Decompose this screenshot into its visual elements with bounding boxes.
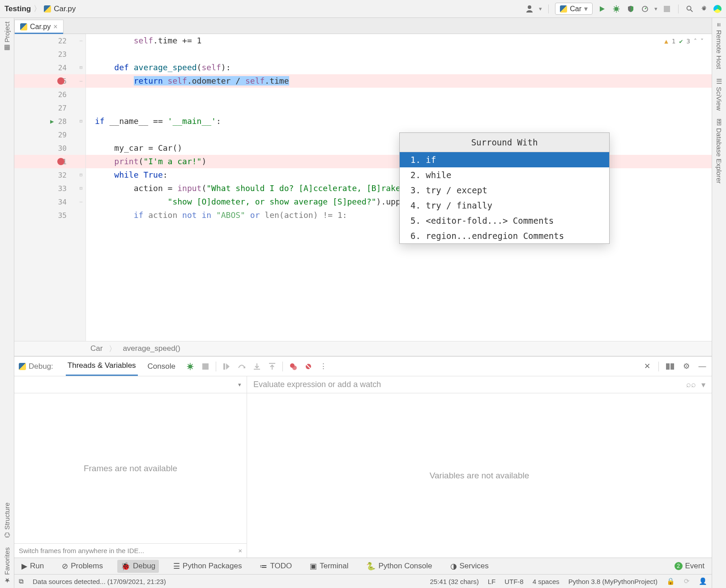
search-icon[interactable] — [685, 4, 695, 14]
eval-input[interactable]: Evaluate expression or add a watch — [253, 380, 381, 389]
fold-icon[interactable]: ⊟ — [78, 186, 84, 191]
indent-info[interactable]: 4 spaces — [533, 578, 559, 585]
python-file-icon — [560, 5, 567, 13]
minimize-icon[interactable]: — — [697, 362, 707, 371]
stop-button[interactable] — [662, 4, 672, 14]
todo-icon: ≔ — [260, 562, 267, 571]
line-separator[interactable]: LF — [488, 578, 496, 585]
cursor-position[interactable]: 25:41 (32 chars) — [430, 578, 478, 585]
tool-packages[interactable]: ☰Python Packages — [170, 560, 245, 573]
editor-gutter[interactable]: 22— 23 24⊟ 25— 26 27 28▶⊟ 29 30 31 32⊟ 3… — [14, 34, 86, 341]
popup-item-try-finally[interactable]: 4. try / finally — [400, 198, 609, 213]
structure-tool-button[interactable]: ⌬ Structure — [3, 503, 11, 538]
close-icon[interactable]: ✕ — [642, 362, 652, 371]
user-icon[interactable] — [525, 4, 534, 14]
favorites-tool-button[interactable]: ★ Favorites — [3, 547, 11, 584]
thread-selector[interactable]: ▾ — [14, 376, 247, 393]
close-tab-icon[interactable]: × — [53, 23, 57, 31]
breakpoint-icon[interactable] — [57, 77, 64, 85]
chevron-down-icon[interactable]: ˅ — [700, 38, 704, 45]
user-icon[interactable]: 👤 — [699, 577, 707, 585]
breakpoint-icon[interactable] — [57, 158, 64, 165]
crumb-class[interactable]: Car — [90, 344, 102, 353]
inspection-widget[interactable]: ▲1 ✔3 ˄ ˅ — [664, 38, 704, 45]
file-encoding[interactable]: UTF-8 — [504, 578, 524, 585]
status-message[interactable]: Data sources detected... (17/09/2021, 21… — [33, 578, 166, 585]
step-out-icon[interactable] — [267, 362, 277, 371]
rerun-debug-icon[interactable] — [185, 362, 195, 371]
dropdown-caret-icon[interactable]: ▾ — [654, 5, 658, 12]
lock-icon[interactable]: 🔒 — [666, 577, 675, 585]
editor-tab[interactable]: Car.py × — [14, 20, 64, 34]
close-hint-icon[interactable]: × — [238, 547, 242, 554]
services-icon: ◑ — [450, 562, 457, 571]
tool-debug[interactable]: 🐞Debug — [117, 560, 159, 573]
database-tool-button[interactable]: 🗄 Database Explorer — [715, 119, 723, 183]
bug-icon: 🐞 — [121, 562, 130, 571]
left-tool-strip: ▦ Project ⌬ Structure ★ Favorites — [0, 18, 14, 588]
tool-todo[interactable]: ≔TODO — [256, 560, 295, 573]
fold-icon[interactable]: — — [78, 199, 84, 205]
step-into-icon[interactable] — [252, 362, 262, 371]
fold-icon[interactable]: — — [78, 38, 84, 43]
chevron-right-icon: 〉 — [34, 4, 41, 14]
variables-empty-message: Variables are not available — [247, 393, 712, 558]
run-gutter-icon[interactable]: ▶ — [50, 118, 54, 125]
popup-item-try-except[interactable]: 3. try / except — [400, 183, 609, 198]
run-icon: ▶ — [21, 562, 27, 571]
svg-point-11 — [292, 366, 297, 370]
profile-button[interactable] — [640, 4, 650, 14]
python-interpreter[interactable]: Python 3.8 (MyPythonProject) — [568, 578, 658, 585]
coverage-button[interactable] — [626, 4, 636, 14]
tool-terminal[interactable]: ▣Terminal — [306, 560, 352, 573]
sync-icon[interactable]: ⟳ — [684, 577, 690, 585]
resume-icon[interactable] — [222, 362, 231, 371]
dropdown-caret-icon[interactable]: ▾ — [539, 5, 542, 12]
debug-tool-window: Debug: Threads & Variables Console — [14, 356, 712, 558]
more-icon[interactable]: ⋮ — [319, 362, 329, 371]
view-breakpoints-icon[interactable] — [288, 362, 298, 371]
code-area[interactable]: ▲1 ✔3 ˄ ˅ self.time += 1 def average_spe… — [86, 34, 712, 341]
project-tool-button[interactable]: ▦ Project — [3, 21, 11, 51]
run-configuration-selector[interactable]: Car ▾ — [555, 3, 593, 15]
code-editor[interactable]: 22— 23 24⊟ 25— 26 27 28▶⊟ 29 30 31 32⊟ 3… — [14, 34, 712, 341]
breadcrumb-project[interactable]: Testing — [4, 4, 31, 13]
variables-panel: Evaluate expression or add a watch ⌕⌕ ▾ … — [247, 376, 712, 558]
run-button[interactable] — [597, 4, 607, 14]
fold-icon[interactable]: ⊟ — [78, 119, 84, 124]
popup-item-if[interactable]: 1. if — [400, 152, 609, 167]
popup-item-while[interactable]: 2. while — [400, 167, 609, 183]
layout-icon[interactable] — [665, 362, 675, 371]
settings-icon[interactable]: ⚙ — [681, 362, 691, 371]
settings-icon[interactable] — [699, 4, 709, 14]
remote-host-tool-button[interactable]: ≡ Remote Host — [715, 21, 723, 69]
tab-console[interactable]: Console — [146, 358, 177, 375]
window-icon[interactable]: ⧉ — [19, 577, 24, 585]
popup-item-editor-fold[interactable]: 5. <editor-fold...> Comments — [400, 213, 609, 228]
sciview-tool-button[interactable]: ☰ SciView — [715, 78, 723, 111]
chevron-down-icon[interactable]: ▾ — [701, 380, 705, 390]
fold-icon[interactable]: ⊟ — [78, 172, 84, 178]
chevron-up-icon[interactable]: ˄ — [694, 38, 697, 45]
popup-item-region[interactable]: 6. region...endregion Comments — [400, 228, 609, 243]
fold-icon[interactable]: — — [78, 78, 84, 84]
glasses-icon[interactable]: ⌕⌕ — [686, 380, 696, 390]
tool-problems[interactable]: ⊘Problems — [58, 560, 107, 573]
navigation-bar: Testing 〉 Car.py ▾ Car ▾ ▾ — [0, 0, 726, 18]
debug-button[interactable] — [611, 4, 621, 14]
tool-event-log[interactable]: 2 Event — [671, 560, 708, 572]
stop-icon[interactable] — [201, 362, 210, 371]
status-bar: ⧉ Data sources detected... (17/09/2021, … — [14, 575, 712, 588]
breadcrumb-file[interactable]: Car.py — [54, 4, 76, 13]
tool-run[interactable]: ▶Run — [18, 560, 47, 573]
tool-services[interactable]: ◑Services — [447, 560, 492, 573]
mute-breakpoints-icon[interactable] — [303, 362, 313, 371]
python-file-icon — [19, 363, 26, 370]
step-over-icon[interactable] — [237, 362, 247, 371]
tool-python-console[interactable]: 🐍Python Console — [363, 560, 436, 573]
ide-logo-icon[interactable] — [713, 5, 722, 13]
fold-icon[interactable]: ⊟ — [78, 65, 84, 70]
tab-threads-variables[interactable]: Threads & Variables — [66, 357, 138, 376]
crumb-method[interactable]: average_speed() — [123, 344, 180, 353]
python-console-icon: 🐍 — [366, 562, 376, 571]
